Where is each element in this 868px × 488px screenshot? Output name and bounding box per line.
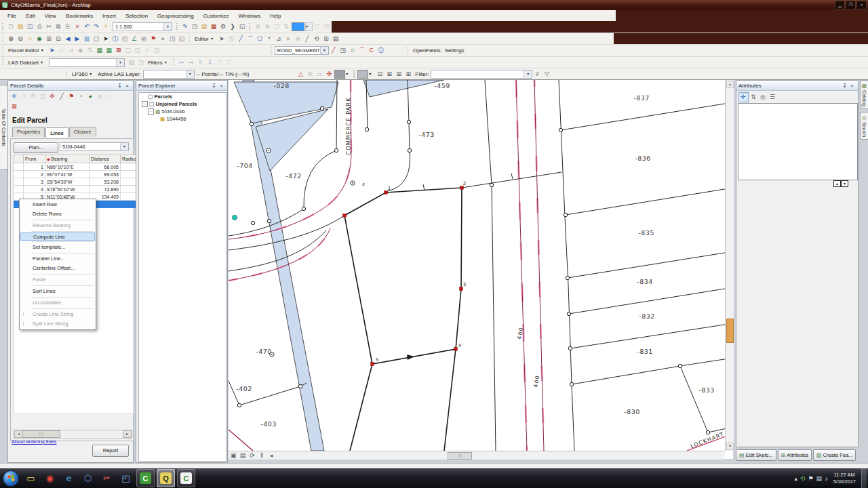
edit-annotation-icon[interactable]: Ⓐ: [226, 35, 235, 43]
pd-new-icon[interactable]: □: [20, 92, 28, 101]
toolbar-grip[interactable]: [1, 23, 5, 31]
filter-funnel-icon[interactable]: ▽: [542, 70, 551, 79]
parcel-details-header[interactable]: Parcel Details ↧ ×: [8, 81, 133, 91]
close-button[interactable]: ×: [856, 1, 867, 9]
menu-customize[interactable]: Customize: [199, 12, 234, 20]
pd-compass-icon[interactable]: ✣: [48, 92, 57, 101]
las-down-icon[interactable]: ⇩: [205, 58, 214, 67]
delete-icon[interactable]: ×: [73, 22, 82, 31]
clear-selection-icon[interactable]: ▢: [92, 35, 101, 43]
curve-right-icon[interactable]: C: [367, 46, 376, 55]
road-sketch-icon[interactable]: ╱: [329, 46, 338, 55]
chevron-down-icon[interactable]: ▾: [346, 70, 352, 78]
pin-icon[interactable]: ↧: [116, 82, 123, 89]
table-row[interactable]: 4S78°50'10"W72.890: [14, 186, 153, 193]
redo-icon[interactable]: ↷: [92, 22, 101, 31]
cut-icon[interactable]: ✂: [45, 22, 54, 31]
toolbar-grip[interactable]: [1, 35, 5, 43]
attr-id-icon[interactable]: ◎: [759, 93, 768, 102]
tray-sync-icon[interactable]: ⟲: [800, 475, 806, 482]
context-menu-item-centerline-offset[interactable]: Centerline Offset...: [20, 264, 95, 273]
select-features-icon[interactable]: ▥: [83, 35, 92, 43]
las-page-icon-2[interactable]: □: [224, 58, 233, 67]
chevron-down-icon[interactable]: ▾: [186, 70, 194, 78]
tree-item-1044456[interactable]: ▣1044456: [139, 115, 226, 123]
lp-grid-icon-1[interactable]: ⊞: [385, 70, 394, 79]
parcel-select-icon[interactable]: ➤: [47, 46, 56, 55]
context-menu-item-delete-rows[interactable]: Delete Rows: [20, 209, 95, 219]
print-icon[interactable]: ⎙: [35, 22, 44, 31]
split-tool-icon[interactable]: ╱: [302, 35, 311, 43]
parcel-unjoin-icon[interactable]: ⊠: [114, 46, 123, 55]
parcel-join-icon[interactable]: ◫: [133, 46, 142, 55]
point-tool-icon[interactable]: *: [264, 35, 273, 43]
chevron-down-icon[interactable]: ▾: [120, 143, 128, 150]
pd-pie1-icon[interactable]: ◔: [77, 92, 85, 101]
undo-icon[interactable]: ↶: [83, 22, 92, 31]
rotate-tool-icon[interactable]: ⟲: [312, 35, 321, 43]
back-small-icon[interactable]: ◂: [267, 451, 276, 460]
pin-icon[interactable]: ↧: [210, 82, 218, 89]
context-menu-item-compute-line[interactable]: Compute Line: [20, 232, 95, 241]
lp360-menu[interactable]: LP360: [70, 71, 90, 77]
pd-move-icon[interactable]: ✛: [10, 92, 19, 101]
sketch-properties-icon[interactable]: ▤: [331, 35, 340, 43]
parcel-table2-icon[interactable]: ▦: [104, 46, 113, 55]
sketch-pencil-icon[interactable]: ✎: [181, 22, 190, 31]
parcel-grid-icon[interactable]: ⌗: [142, 46, 151, 55]
settings-menu[interactable]: Settings: [443, 47, 467, 54]
taskbar-presentation[interactable]: ◰: [117, 470, 134, 487]
forward-extent-icon[interactable]: ▶: [73, 35, 82, 43]
attr-sort-icon[interactable]: ⇅: [749, 93, 758, 102]
open-icon[interactable]: ▨: [16, 22, 25, 31]
refresh-view-icon[interactable]: ⟳: [248, 451, 257, 460]
layout-view-icon[interactable]: ▤: [239, 451, 248, 460]
menu-windows[interactable]: Windows: [233, 12, 264, 20]
plan-combobox[interactable]: 51M-0446 ▾: [60, 142, 129, 151]
go-to-xy-icon[interactable]: ⌖: [159, 35, 167, 43]
toolbar-grip[interactable]: [65, 70, 68, 78]
lp-copy-icon[interactable]: ⧉: [306, 70, 315, 79]
editor-menu[interactable]: Editor: [193, 36, 211, 42]
scrollbar-thumb[interactable]: |||: [22, 430, 60, 438]
table-row[interactable]: 3S5°54'39"W53.208: [14, 178, 153, 186]
zoom-in-icon[interactable]: ⊕: [7, 35, 16, 43]
color-swatch[interactable]: [292, 22, 304, 31]
tin-warning-icon[interactable]: △: [296, 70, 305, 79]
tab-closure[interactable]: Closure: [69, 127, 96, 137]
fixed-zoom-out-icon[interactable]: ⊟: [54, 35, 63, 43]
tree-expander-icon[interactable]: -: [142, 101, 148, 107]
chevron-down-icon[interactable]: ▾: [369, 70, 375, 78]
copy-icon[interactable]: ⧉: [54, 22, 63, 31]
filter-combobox[interactable]: ▾: [431, 70, 532, 79]
report-button[interactable]: Report: [92, 445, 129, 457]
context-menu-item-insert-row[interactable]: Insert Row: [20, 200, 95, 209]
save-icon[interactable]: ◫: [26, 22, 35, 31]
pin-icon[interactable]: ↧: [841, 82, 848, 89]
menu-insert[interactable]: Insert: [98, 12, 121, 20]
toolbar-grip[interactable]: [1, 47, 5, 55]
pd-branch-icon[interactable]: ⋔: [96, 92, 104, 101]
help-icon[interactable]: ⓘ: [376, 46, 385, 55]
viewer-window-icon[interactable]: ◱: [178, 35, 186, 43]
parcel-sheet-icon[interactable]: ▢: [123, 46, 132, 55]
start-button[interactable]: [3, 470, 19, 487]
lp-folder-icon[interactable]: ▭: [315, 70, 324, 79]
command-window-icon[interactable]: ◱: [238, 22, 247, 31]
chevron-down-icon[interactable]: ▾: [165, 59, 171, 66]
measure-icon[interactable]: ∠: [130, 35, 139, 43]
full-extent-icon[interactable]: ◉: [35, 35, 44, 43]
menu-selection[interactable]: Selection: [121, 12, 153, 20]
parcel-explorer-header[interactable]: Parcel Explorer ↧ ×: [136, 81, 227, 91]
tin-color-swatch[interactable]: [357, 70, 368, 79]
map-view[interactable]: -028-459-473-837-836-704-472-835-834-832…: [229, 80, 733, 459]
edit-vertices-icon[interactable]: ⊿: [274, 35, 283, 43]
edit-sketch-button[interactable]: ▤Edit Sketc...: [736, 449, 776, 461]
find-route-icon[interactable]: ⚑: [149, 35, 158, 43]
menu-geoprocessing[interactable]: Geoprocessing: [153, 12, 199, 20]
menu-edit[interactable]: Edit: [21, 12, 40, 20]
map-horizontal-scrollbar[interactable]: ▣▤⟳‖◂ |||: [229, 451, 725, 460]
chevron-down-icon[interactable]: ▾: [116, 59, 124, 66]
tray-network-icon[interactable]: ▤: [816, 475, 823, 482]
georeferencing-icon-2[interactable]: ⊗: [263, 22, 272, 31]
